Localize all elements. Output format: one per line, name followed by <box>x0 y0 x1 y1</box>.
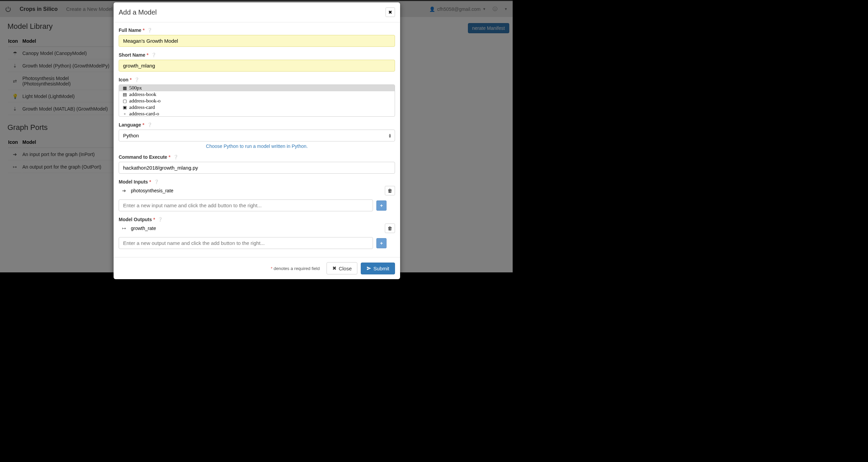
inputs-label: Model Inputs* ❔ <box>119 179 395 185</box>
graph-ports-title: Graph Ports <box>7 123 117 132</box>
model-row[interactable]: ⇣Growth Model (Python) (GrowthModelPy) <box>8 60 116 72</box>
icon-option-label: address-book <box>129 92 156 97</box>
delete-input-button[interactable]: 🗑 <box>385 186 395 195</box>
model-label: Canopy Model (CanopyModel) <box>22 47 116 59</box>
full-name-label: Full Name* ❔ <box>119 27 395 33</box>
col-model: Model <box>22 137 116 148</box>
add-output-button[interactable]: + <box>376 238 387 248</box>
help-icon[interactable]: ❔ <box>147 28 152 33</box>
icon-option[interactable]: ▫address-card-o <box>119 111 395 117</box>
fa-icon: ▣ <box>122 105 127 110</box>
help-icon[interactable]: ❔ <box>154 179 159 184</box>
icon-label: Icon* ❔ <box>119 77 395 82</box>
help-icon[interactable]: ❔ <box>173 155 178 159</box>
chevron-down-icon[interactable]: ▼ <box>504 7 508 11</box>
help-icon[interactable]: ❔ <box>134 77 139 82</box>
delete-output-button[interactable]: 🗑 <box>385 224 395 233</box>
model-icon: 💡 <box>8 91 22 102</box>
icon-select-list[interactable]: ▦500px▤address-book▢address-book-o▣addre… <box>119 84 395 117</box>
icon-option[interactable]: ▢address-book-o <box>119 98 395 104</box>
modal-header: Add a Model ✖ <box>114 2 400 22</box>
add-model-modal: Add a Model ✖ Full Name* ❔ Short Name* ❔… <box>114 2 400 279</box>
help-icon[interactable]: ❔ <box>147 122 152 127</box>
full-name-input[interactable] <box>119 35 395 47</box>
send-icon <box>367 266 371 271</box>
model-library-title: Model Library <box>7 22 117 31</box>
output-icon: ↦ <box>122 226 127 231</box>
fa-icon: ▫ <box>122 111 127 116</box>
col-icon: Icon <box>8 36 22 47</box>
input-name: photosynthesis_rate <box>131 188 173 193</box>
graph-ports-table: Icon Model ➔An input port for the graph … <box>7 136 117 174</box>
user-icon: 👤 <box>429 6 435 12</box>
model-label: Growth Model (MATLAB) (GrowthModel) <box>22 103 116 115</box>
short-name-label: Short Name* ❔ <box>119 52 395 58</box>
help-icon[interactable]: ❔ <box>151 53 156 57</box>
icon-option[interactable]: ▣address-card <box>119 104 395 111</box>
new-input-field[interactable] <box>119 199 373 211</box>
command-label: Command to Execute* ❔ <box>119 154 395 160</box>
power-icon[interactable] <box>5 6 11 12</box>
model-icon: ⇣ <box>8 60 22 72</box>
new-output-field[interactable] <box>119 237 373 249</box>
port-icon: ➔ <box>8 149 22 160</box>
brand-title[interactable]: Crops in Silico <box>20 6 58 12</box>
model-label: Growth Model (Python) (GrowthModelPy) <box>22 60 116 72</box>
sidebar: Model Library Icon Model ☂Canopy Model (… <box>0 17 117 272</box>
icon-option[interactable]: ▦500px <box>119 85 395 91</box>
short-name-input[interactable] <box>119 60 395 72</box>
chevron-down-icon: ▼ <box>482 7 486 11</box>
language-help-text: Choose Python to run a model written in … <box>119 143 395 149</box>
output-name: growth_rate <box>131 226 156 231</box>
input-icon: ➔ <box>122 188 127 193</box>
language-select[interactable] <box>119 130 395 141</box>
modal-title: Add a Model <box>119 8 157 16</box>
close-button[interactable]: ✖ Close <box>327 262 357 274</box>
port-label: An input port for the graph (InPort) <box>22 149 116 160</box>
fa-icon: ▢ <box>122 98 127 103</box>
submit-button[interactable]: Submit <box>361 263 395 274</box>
model-row[interactable]: ☂Canopy Model (CanopyModel) <box>8 47 116 59</box>
help-icon[interactable]: ⓘ <box>493 6 497 12</box>
outputs-label: Model Outputs* ❔ <box>119 217 395 222</box>
port-icon: ↦ <box>8 161 22 173</box>
model-icon: ⇣ <box>8 103 22 115</box>
model-label: Light Model (LightModel) <box>22 91 116 102</box>
icon-option-label: address-card <box>129 104 155 110</box>
icon-option-label: address-book-o <box>129 98 160 104</box>
model-row[interactable]: ⇣Growth Model (MATLAB) (GrowthModel) <box>8 103 116 115</box>
required-footnote: * denotes a required field <box>271 266 320 271</box>
icon-option[interactable]: ▤address-book <box>119 91 395 98</box>
model-icon: ⇄ <box>8 73 22 90</box>
add-input-button[interactable]: + <box>376 200 387 211</box>
command-input[interactable] <box>119 162 395 174</box>
port-row[interactable]: ↦An output port for the graph (OutPort) <box>8 161 116 173</box>
model-icon: ☂ <box>8 47 22 59</box>
col-model: Model <box>22 36 116 47</box>
close-icon: ✖ <box>332 265 337 271</box>
port-row[interactable]: ➔An input port for the graph (InPort) <box>8 149 116 160</box>
fa-icon: ▤ <box>122 92 127 97</box>
generate-manifest-button[interactable]: nerate Manifest <box>468 23 510 33</box>
user-menu[interactable]: 👤 cfh5058@gmail.com ▼ <box>429 6 486 12</box>
icon-option-label: address-card-o <box>129 111 159 117</box>
close-icon-button[interactable]: ✖ <box>386 7 395 17</box>
modal-footer: * denotes a required field ✖ Close Submi… <box>114 257 400 279</box>
icon-option-label: 500px <box>129 85 142 91</box>
model-row[interactable]: 💡Light Model (LightModel) <box>8 91 116 102</box>
language-label: Language* ❔ <box>119 122 395 128</box>
model-library-table: Icon Model ☂Canopy Model (CanopyModel)⇣G… <box>7 35 117 116</box>
model-row[interactable]: ⇄Photosynthesis Model (PhotosynthesisMod… <box>8 73 116 90</box>
col-icon: Icon <box>8 137 22 148</box>
nav-create-model[interactable]: Create a New Model <box>66 6 113 12</box>
help-icon[interactable]: ❔ <box>158 217 163 222</box>
model-label: Photosynthesis Model (PhotosynthesisMode… <box>22 73 116 90</box>
user-email: cfh5058@gmail.com <box>437 6 480 12</box>
port-label: An output port for the graph (OutPort) <box>22 161 116 173</box>
fa-icon: ▦ <box>122 85 127 91</box>
